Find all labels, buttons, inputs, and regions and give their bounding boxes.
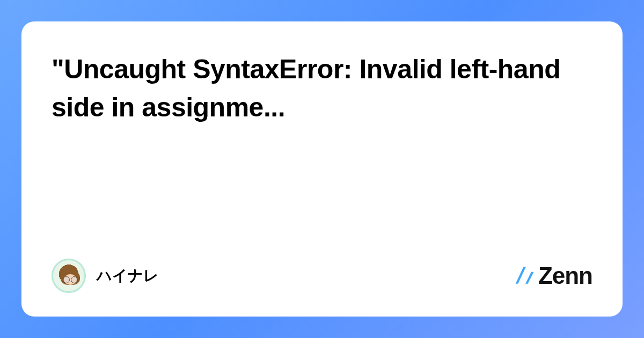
zenn-icon (514, 264, 537, 288)
brand-name: Zenn (538, 262, 592, 289)
author-avatar (52, 259, 86, 293)
avatar-glasses-icon (63, 276, 78, 282)
author-section: ハイナレ (52, 259, 159, 293)
article-card: "Uncaught SyntaxError: Invalid left-hand… (21, 21, 623, 317)
card-footer: ハイナレ Zenn (52, 259, 592, 293)
brand-logo: Zenn (514, 262, 592, 289)
author-name: ハイナレ (97, 266, 159, 286)
article-title: "Uncaught SyntaxError: Invalid left-hand… (52, 50, 592, 127)
